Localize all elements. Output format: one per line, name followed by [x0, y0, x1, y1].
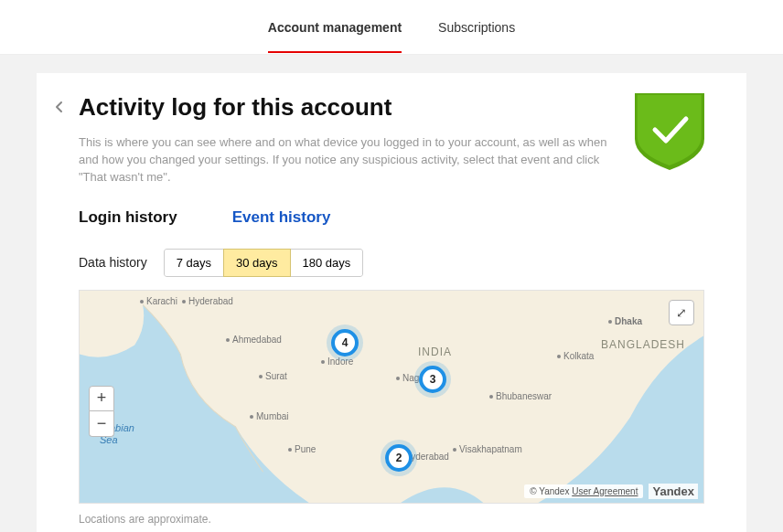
- range-7-days[interactable]: 7 days: [164, 249, 224, 277]
- range-30-days[interactable]: 30 days: [223, 249, 291, 277]
- yandex-logo: Yandex: [649, 484, 698, 499]
- map-cluster[interactable]: 2: [385, 444, 413, 472]
- tab-account-management[interactable]: Account management: [268, 2, 402, 53]
- user-agreement-link[interactable]: User Agreement: [572, 486, 638, 496]
- tab-subscriptions[interactable]: Subscriptions: [438, 2, 515, 53]
- range-button-group: 7 days 30 days 180 days: [164, 249, 364, 277]
- security-shield-icon: [635, 93, 704, 170]
- login-map[interactable]: Arabian Sea INDIA BANGLADESH Karachi Hyd…: [79, 290, 704, 504]
- subtab-login-history[interactable]: Login history: [79, 208, 177, 227]
- map-attribution: © Yandex User Agreement Yandex: [524, 484, 698, 499]
- back-arrow-icon[interactable]: [53, 101, 66, 113]
- zoom-control: + −: [89, 386, 114, 437]
- map-cluster[interactable]: 3: [419, 366, 446, 393]
- data-range-label: Data history: [79, 255, 147, 270]
- page-description: This is where you can see where and on w…: [79, 134, 618, 186]
- attribution-prefix: © Yandex: [530, 486, 572, 496]
- range-180-days[interactable]: 180 days: [290, 249, 364, 277]
- attribution-text: © Yandex User Agreement: [524, 484, 643, 498]
- subtab-event-history[interactable]: Event history: [232, 208, 331, 227]
- activity-card: Activity log for this account This is wh…: [37, 73, 746, 532]
- zoom-in-button[interactable]: +: [89, 386, 114, 411]
- locations-footnote: Locations are approximate.: [79, 513, 704, 526]
- fullscreen-button[interactable]: ⤢: [669, 300, 694, 325]
- top-nav: Account management Subscriptions: [0, 0, 783, 55]
- map-cluster[interactable]: 4: [331, 329, 359, 356]
- zoom-out-button[interactable]: −: [89, 411, 114, 437]
- page-title: Activity log for this account: [79, 93, 704, 122]
- history-subtabs: Login history Event history: [79, 208, 704, 227]
- data-range-row: Data history 7 days 30 days 180 days: [79, 249, 704, 277]
